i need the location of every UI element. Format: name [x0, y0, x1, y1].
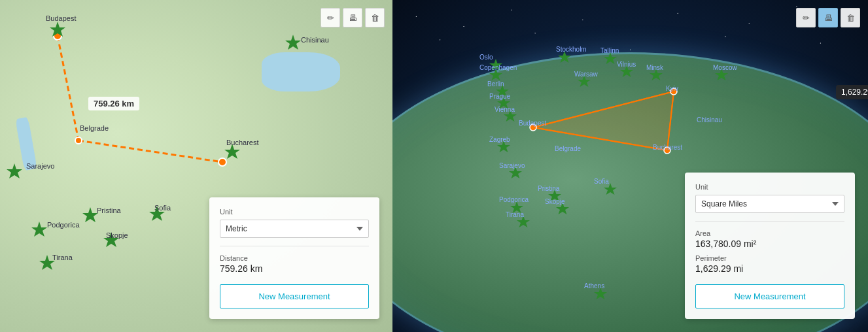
right-measurement-panel: Unit Square Miles Square Kilometers Squa…: [685, 173, 855, 319]
svg-line-1: [78, 141, 222, 162]
area-value-right: 163,780.09 mi²: [695, 239, 844, 249]
svg-point-20: [664, 147, 670, 154]
unit-select-left[interactable]: Metric Imperial: [220, 220, 369, 238]
print-button[interactable]: 🖶: [343, 8, 362, 27]
svg-marker-7: [224, 144, 240, 159]
new-measurement-button-left[interactable]: New Measurement: [220, 284, 369, 308]
svg-point-3: [75, 137, 82, 144]
svg-marker-34: [548, 190, 561, 201]
svg-marker-11: [103, 232, 119, 247]
svg-marker-30: [497, 97, 510, 108]
panel-divider-right: [695, 221, 844, 222]
svg-line-0: [58, 36, 78, 141]
svg-point-4: [218, 158, 226, 166]
distance-label-left: Distance: [220, 254, 369, 262]
area-label-right: Area: [695, 229, 844, 237]
right-globe-panel: Oslo Stockholm Tallinn Copenhagen Warsaw…: [392, 0, 868, 332]
svg-marker-13: [39, 255, 55, 270]
perimeter-label-right: Perimeter: [695, 254, 844, 262]
svg-marker-28: [496, 85, 509, 97]
unit-label-left: Unit: [220, 208, 369, 216]
left-toolbar: ✏ 🖶 🗑: [321, 8, 385, 27]
trash-button-right[interactable]: 🗑: [841, 8, 860, 27]
unit-label-right: Unit: [695, 183, 844, 191]
svg-marker-39: [594, 288, 607, 299]
new-measurement-button-right[interactable]: New Measurement: [695, 284, 844, 308]
print-button-right[interactable]: 🖶: [818, 8, 838, 27]
svg-marker-36: [556, 203, 569, 214]
panel-divider-left: [220, 246, 369, 246]
svg-marker-31: [504, 110, 517, 122]
perimeter-value-right: 1,629.29 mi: [695, 263, 844, 274]
svg-marker-25: [578, 75, 591, 87]
svg-marker-27: [650, 69, 663, 80]
svg-marker-26: [620, 65, 633, 77]
left-measurement-panel: Unit Metric Imperial Distance 759.26 km …: [209, 197, 379, 319]
distance-value-left: 759.26 km: [220, 263, 369, 274]
trash-button[interactable]: 🗑: [365, 8, 385, 27]
globe-distance-label: 1,629.29 mi: [836, 85, 868, 99]
svg-marker-22: [558, 51, 571, 63]
svg-marker-10: [31, 222, 47, 237]
svg-marker-8: [7, 163, 22, 178]
unit-select-right[interactable]: Square Miles Square Kilometers Square Me…: [695, 195, 844, 213]
svg-marker-32: [497, 141, 510, 152]
svg-point-19: [670, 88, 677, 95]
svg-marker-38: [517, 216, 530, 227]
svg-marker-12: [149, 206, 165, 221]
draw-button-right[interactable]: ✏: [796, 8, 816, 27]
map-distance-label: 759.26 km: [88, 97, 139, 110]
svg-marker-23: [604, 52, 617, 64]
svg-marker-37: [604, 183, 617, 195]
svg-marker-9: [82, 207, 98, 222]
svg-marker-24: [489, 69, 502, 80]
left-map-panel: 759.26 km Budapest Chisinau Belgrade Buc…: [0, 0, 392, 332]
svg-marker-35: [510, 201, 523, 213]
svg-marker-6: [285, 35, 301, 50]
right-toolbar: ✏ 🖶 🗑: [796, 8, 860, 27]
svg-marker-29: [715, 69, 728, 80]
draw-button[interactable]: ✏: [321, 8, 340, 27]
svg-marker-33: [509, 167, 522, 178]
svg-marker-14: [533, 91, 674, 150]
svg-point-18: [530, 124, 536, 131]
